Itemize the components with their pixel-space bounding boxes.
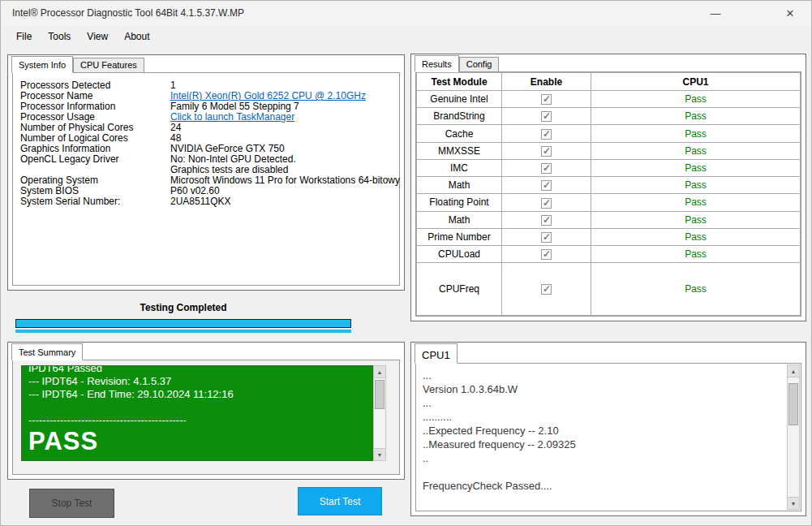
tab[interactable]: Config <box>459 57 500 71</box>
progress-bar-secondary <box>15 330 351 333</box>
close-button[interactable]: ✕ <box>771 1 809 25</box>
test-summary-page: IPDT64 Passed--- IPDT64 - Revision: 4.1.… <box>12 360 400 475</box>
console-line: --- IPDT64 - End Time: 29.10.2024 11:12:… <box>28 388 366 401</box>
result-value: Pass <box>591 142 801 159</box>
info-row: System Serial Number: 2UA8511QKX <box>20 196 399 207</box>
enable-cell <box>502 125 591 142</box>
progress-status: Testing Completed <box>15 302 351 313</box>
scroll-down-icon[interactable]: ▼ <box>374 448 385 460</box>
scroll-up-icon[interactable]: ▲ <box>788 365 799 377</box>
menu-item[interactable]: About <box>116 28 157 45</box>
menu-item[interactable]: Tools <box>40 28 79 45</box>
module-name: CPULoad <box>417 245 502 262</box>
module-name: Floating Point <box>417 194 502 211</box>
enable-checkbox[interactable] <box>541 284 552 295</box>
table-row: MMXSSE Pass <box>417 142 801 159</box>
output-line: .. <box>423 451 781 465</box>
col-enable: Enable <box>502 73 591 91</box>
tab[interactable]: System Info <box>11 56 73 73</box>
module-name: MMXSSE <box>417 142 502 159</box>
minimize-button[interactable]: — <box>697 1 734 25</box>
table-row: Cache Pass <box>417 125 801 142</box>
close-icon: ✕ <box>786 7 795 19</box>
scroll-thumb[interactable] <box>375 380 385 409</box>
scroll-up-icon[interactable]: ▲ <box>374 366 385 378</box>
table-row: Math Pass <box>417 211 801 228</box>
enable-cell <box>502 91 591 108</box>
output-line: ... <box>423 396 781 410</box>
tab[interactable]: Results <box>415 55 459 72</box>
result-value: Pass <box>591 211 801 228</box>
menu-item[interactable]: View <box>79 28 116 45</box>
enable-checkbox[interactable] <box>541 129 552 140</box>
module-name: Genuine Intel <box>417 91 502 108</box>
table-row: IMC Pass <box>417 159 801 176</box>
info-value[interactable]: Click to launch TaskManager <box>170 112 399 123</box>
module-name: Cache <box>417 125 502 142</box>
table-row: Prime Number Pass <box>417 228 801 245</box>
console-line: --- IPDT64 - Revision: 4.1.5.37 <box>28 375 366 388</box>
test-summary-console: IPDT64 Passed--- IPDT64 - Revision: 4.1.… <box>21 365 373 461</box>
enable-cell <box>502 177 591 194</box>
output-line: .......... <box>423 410 781 424</box>
results-tabs: ResultsConfig <box>415 54 499 71</box>
enable-checkbox[interactable] <box>541 163 552 174</box>
output-line: Version 1.0.3.64b.W <box>423 382 781 396</box>
cpu-output-panel: CPU1 ...Version 1.0.3.64b.W.............… <box>410 342 806 516</box>
enable-checkbox[interactable] <box>541 198 552 209</box>
output-line: ..Measured frequency -- 2.09325 <box>423 438 781 451</box>
table-row: Floating Point Pass <box>417 194 801 211</box>
vertical-scrollbar[interactable]: ▲ ▼ <box>787 364 800 510</box>
console-line <box>28 401 366 414</box>
enable-checkbox[interactable] <box>541 111 552 122</box>
menu-item[interactable]: File <box>8 28 40 45</box>
titlebar: Intel® Processor Diagnostic Tool 64Bit 4… <box>1 1 811 25</box>
enable-checkbox[interactable] <box>541 94 552 105</box>
module-name: Math <box>417 177 502 194</box>
result-value: Pass <box>591 91 801 108</box>
table-row: Genuine Intel Pass <box>417 91 801 108</box>
enable-cell <box>502 108 591 125</box>
progress-bar <box>15 319 351 328</box>
stop-test-button[interactable]: Stop Test <box>29 489 114 518</box>
info-label: System Serial Number: <box>20 196 170 207</box>
enable-checkbox[interactable] <box>541 180 552 191</box>
output-line: FrequencyCheck Passed.... <box>423 479 781 493</box>
col-test-module: Test Module <box>417 73 502 91</box>
enable-checkbox[interactable] <box>541 232 552 243</box>
module-name: BrandString <box>417 108 502 125</box>
info-value: 24 <box>170 123 399 133</box>
result-value: Pass <box>591 159 801 176</box>
enable-checkbox[interactable] <box>541 215 552 226</box>
system-info-page: Processors Detected 1 Processor Name Int… <box>12 72 400 286</box>
cpu-output-text: ...Version 1.0.3.64b.W...............Exp… <box>418 365 786 509</box>
module-name: IMC <box>417 159 502 176</box>
enable-checkbox[interactable] <box>541 146 552 157</box>
enable-checkbox[interactable] <box>541 249 552 260</box>
scroll-thumb[interactable] <box>788 383 798 425</box>
vertical-scrollbar[interactable]: ▲ ▼ <box>373 365 386 461</box>
enable-cell <box>502 159 591 176</box>
info-value: 2UA8511QKX <box>170 196 399 207</box>
tab[interactable]: CPU Features <box>73 58 144 72</box>
console-lines: IPDT64 Passed--- IPDT64 - Revision: 4.1.… <box>28 365 366 427</box>
results-table: Test Module Enable CPU1 Genuine Intel P <box>416 72 801 316</box>
start-test-button[interactable]: Start Test <box>298 487 382 515</box>
result-value: Pass <box>591 245 801 262</box>
console-line: ----------------------------------------… <box>28 414 366 427</box>
results-panel: ResultsConfig Test Module Enable CPU1 Ge… <box>410 54 806 321</box>
tab-test-summary[interactable]: Test Summary <box>11 343 83 360</box>
console-line: IPDT64 Passed <box>28 365 366 375</box>
col-cpu1: CPU1 <box>591 73 801 91</box>
result-value: Pass <box>591 228 801 245</box>
output-line <box>423 465 781 479</box>
table-row: Math Pass <box>417 177 801 194</box>
scroll-down-icon[interactable]: ▼ <box>788 497 799 509</box>
result-value: Pass <box>591 263 801 316</box>
info-label: OpenCL Legacy Driver <box>20 154 170 165</box>
system-info-tabs: System InfoCPU Features <box>11 55 144 72</box>
enable-cell <box>502 228 591 245</box>
app-window: Intel® Processor Diagnostic Tool 64Bit 4… <box>0 0 812 526</box>
table-header-row: Test Module Enable CPU1 <box>417 73 801 91</box>
tab-cpu1[interactable]: CPU1 <box>415 343 458 364</box>
